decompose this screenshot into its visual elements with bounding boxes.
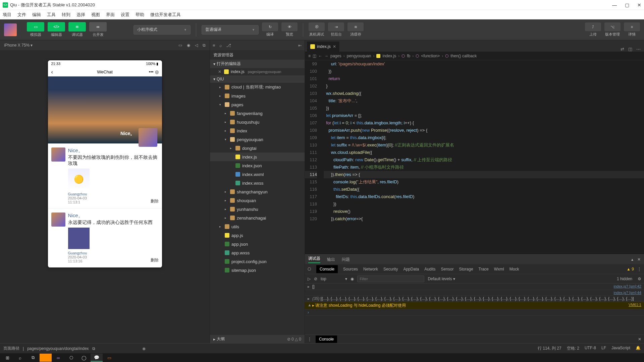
editor-tab-indexjs[interactable]: index.js ✕ <box>307 42 340 52</box>
tab-problems[interactable]: 问题 <box>342 257 350 262</box>
window-maximize-icon[interactable]: ▢ <box>625 2 629 8</box>
start-icon[interactable]: ⊞ <box>1 354 13 362</box>
taskview-icon[interactable]: ⧉ <box>27 354 39 362</box>
capsule-close-icon[interactable]: ◎ <box>155 69 159 74</box>
tree-folder[interactable]: ▸zenshanchagai <box>210 214 305 222</box>
post-avatar[interactable] <box>51 213 65 227</box>
close-tab-icon[interactable]: ✕ <box>333 44 336 49</box>
taskbar-app[interactable] <box>40 354 52 362</box>
console-play-icon[interactable]: ▷ <box>308 277 311 281</box>
console-clear-icon[interactable]: ⊘ <box>314 277 317 281</box>
menu-view[interactable]: 视图 <box>91 12 100 18</box>
search-icon[interactable]: ⌕ <box>14 354 26 362</box>
bell-icon[interactable]: 🔔 <box>636 346 641 351</box>
back-icon[interactable]: ‹ <box>51 69 53 75</box>
indent-setting[interactable]: 空格: 2 <box>567 346 579 351</box>
menu-edit[interactable]: 编辑 <box>32 12 41 18</box>
tab-security[interactable]: Security <box>383 267 398 272</box>
tree-file[interactable]: index.wxml <box>210 170 305 179</box>
tab-debugger[interactable]: 调试器 <box>308 256 320 263</box>
menu-tools[interactable]: 工具 <box>47 12 56 18</box>
tree-folder-images[interactable]: ▸images <box>210 92 305 100</box>
tree-folder[interactable]: ▸shouquan <box>210 196 305 205</box>
menu-help[interactable]: 帮助 <box>136 12 144 18</box>
editor-toggle[interactable]: </>编辑器 <box>48 22 65 37</box>
taskbar-app[interactable]: ⎔ <box>65 354 77 362</box>
tab-wxml[interactable]: Wxml <box>494 267 504 272</box>
user-avatar[interactable] <box>4 23 17 36</box>
more-icon[interactable]: ⋯ <box>636 47 641 52</box>
close-editor-icon[interactable]: ✕ <box>218 69 221 74</box>
tree-folder[interactable]: ▸fangwenliang <box>210 109 305 118</box>
tab-audits[interactable]: Audits <box>424 267 435 272</box>
project-root-section[interactable]: ▾QIU <box>210 75 305 83</box>
copy-path-icon[interactable]: ⧉ <box>92 346 95 351</box>
collapse-icon[interactable]: ⇤ <box>298 43 302 48</box>
compare-icon[interactable]: ⇄ <box>621 47 624 52</box>
warning-badge[interactable]: ▲ 9 <box>627 267 634 272</box>
console-settings-icon[interactable]: ⚙ <box>638 277 641 281</box>
open-editors-section[interactable]: ▾打开的编辑器 <box>210 60 305 68</box>
bc-nav-icon[interactable]: ≡ <box>308 54 311 58</box>
cursor-position[interactable]: 行 114, 列 27 <box>538 346 561 351</box>
mode-dropdown[interactable]: 小程序模式▼ <box>133 25 191 35</box>
open-editor-item[interactable]: ✕ index.js pages\pengyouquan <box>210 68 305 75</box>
hidden-count[interactable]: 1 hidden <box>617 277 632 281</box>
tab-appdata[interactable]: AppData <box>403 267 419 272</box>
tree-file[interactable]: app.js <box>210 231 305 240</box>
clear-cache-button[interactable]: ≋清缓存 <box>347 22 364 37</box>
context-selector[interactable]: top ▾ <box>321 277 347 281</box>
tree-folder-pengyouquan[interactable]: ▾pengyouquan <box>210 135 305 144</box>
post-location[interactable]: Guangzhou <box>68 251 87 255</box>
menu-wechat-devtools[interactable]: 微信开发者工具 <box>150 12 181 18</box>
upload-button[interactable]: ⤴上传 <box>585 22 601 37</box>
version-mgmt-button[interactable]: ⌥版本管理 <box>604 22 621 37</box>
sim-screenshot-icon[interactable]: ▭ <box>178 43 182 48</box>
log-levels-dropdown[interactable]: Default levels ▾ <box>428 277 455 281</box>
taskbar-app[interactable]: ∞ <box>52 354 64 362</box>
post-delete-button[interactable]: 删除 <box>151 198 159 204</box>
tree-file[interactable]: project.config.json <box>210 257 305 266</box>
sim-record-icon[interactable]: ◉ <box>187 43 190 48</box>
outline-section[interactable]: ▸大纲 ⊘ 0 △ 0 <box>210 335 305 343</box>
tree-folder[interactable]: ▸shangchangyun <box>210 187 305 196</box>
devtools-settings-icon[interactable]: ⋮ <box>637 267 641 272</box>
tree-folder-utils[interactable]: ▸utils <box>210 222 305 231</box>
post-location[interactable]: Guangzhou <box>68 192 87 196</box>
page-path[interactable]: pages/pengyouquan/dongtai/index <box>27 346 89 351</box>
eol[interactable]: LF <box>601 346 606 351</box>
filter-input[interactable] <box>357 276 424 282</box>
window-minimize-icon[interactable]: — <box>612 2 617 8</box>
tab-sensor[interactable]: Sensor <box>441 267 454 272</box>
drawer-menu-icon[interactable]: ⋮ <box>308 337 312 342</box>
hero-avatar[interactable] <box>139 128 157 147</box>
language-mode[interactable]: JavaScript <box>611 346 630 351</box>
bc-back-icon[interactable]: ← <box>318 54 322 58</box>
post-avatar[interactable] <box>51 147 65 162</box>
tree-folder[interactable]: ▸yunhanshu <box>210 205 305 214</box>
compile-mode-dropdown[interactable]: 普通编译▼ <box>202 25 259 35</box>
tree-file[interactable]: app.wxss <box>210 248 305 257</box>
simulator-toggle[interactable]: ▭模拟器 <box>27 22 44 37</box>
git-icon[interactable]: ⎇ <box>226 43 231 48</box>
tab-output[interactable]: 输出 <box>327 257 335 262</box>
tab-mock[interactable]: Mock <box>509 267 519 272</box>
tree-folder[interactable]: ▸huoqushuju <box>210 118 305 126</box>
tree-folder[interactable]: ▸dongtai <box>210 144 305 153</box>
tree-folder-pages[interactable]: ▾pages <box>210 100 305 109</box>
tree-file-indexjs[interactable]: index.js <box>210 153 305 161</box>
debugger-toggle[interactable]: ≋调试器 <box>68 22 86 37</box>
taskbar-chrome[interactable]: ◯ <box>78 354 90 362</box>
tab-network[interactable]: Network <box>363 267 378 272</box>
tree-folder-cloud[interactable]: ▸cloud | 当前环境: mingtao <box>210 83 305 92</box>
preview-button[interactable]: 👁预览 <box>281 22 298 37</box>
tab-console[interactable]: Console <box>316 265 338 273</box>
inspect-icon[interactable]: ⎔ <box>308 267 311 272</box>
post-image[interactable] <box>68 228 90 249</box>
bc-bookmark-icon[interactable]: ◫ <box>313 54 316 58</box>
close-panel-icon[interactable]: ✕ <box>637 257 641 262</box>
tree-file[interactable]: sitemap.json <box>210 266 305 275</box>
compile-button[interactable]: ↻编译 <box>262 22 278 37</box>
menu-interface[interactable]: 界面 <box>106 12 115 18</box>
bc-forward-icon[interactable]: → <box>324 54 328 58</box>
